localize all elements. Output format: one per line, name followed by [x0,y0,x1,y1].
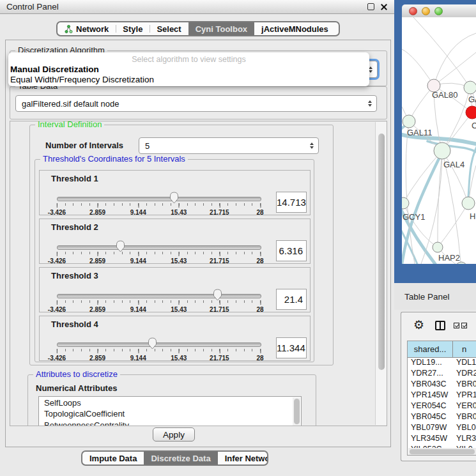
network-node[interactable] [462,197,475,210]
cell-shared-name[interactable]: YDR27... [408,369,453,380]
attribute-item[interactable]: TopologicalCoefficient [44,408,301,419]
column-header-name[interactable]: n [453,341,476,357]
attribute-item[interactable]: BetweennessCentrality [44,420,301,426]
checkbox-icon[interactable] [454,323,459,328]
axis-tick-label: -3.426 [48,203,66,216]
cell-shared-name[interactable]: YBR045C [408,412,453,423]
control-panel-window: Control Panel Network Style Select Cyni … [0,0,394,476]
cell-name[interactable]: YDR2 [453,369,476,380]
cell-name[interactable]: YPR1 [453,390,476,401]
cell-shared-name[interactable]: YDL19... [408,358,453,369]
slider-thumb[interactable] [213,289,222,301]
slider-track[interactable] [57,245,261,250]
network-node[interactable] [403,115,415,128]
tab-select[interactable]: Select [150,22,188,35]
attributes-list-scrollbar[interactable] [293,397,300,426]
scrollbar-thumb[interactable] [378,134,385,370]
threshold-value-field[interactable]: 11.344 [276,337,307,358]
network-node[interactable] [433,242,443,252]
slider-track[interactable] [57,294,261,298]
table-data-combobox[interactable]: galFiltered.sif default node [15,95,377,112]
checkbox-icon[interactable] [461,323,467,328]
tab-discretize-data[interactable]: Discretize Data [144,452,217,464]
table-horizontal-scrollbar[interactable] [408,448,476,456]
cell-shared-name[interactable]: YLR345W [408,434,453,445]
node-label: GAL4 [443,160,464,169]
table-row[interactable]: YBR045CYBR0 [408,412,476,423]
axis-tick-label: 2.859 [89,349,105,362]
scrollbar-thumb[interactable] [410,449,475,454]
table-row[interactable]: YLR345WYLR3 [408,434,476,445]
column-header-shared-name[interactable]: shared... [408,341,453,357]
cell-name[interactable]: YBR0 [453,412,476,423]
threshold-slider[interactable]: -3.4262.8599.14415.4321.71528 [57,240,260,265]
axis-tick-label: 28 [256,349,263,362]
dropdown-option-manual-discretization[interactable]: Manual Discretization [8,65,369,75]
tab-infer-network[interactable]: Infer Network [218,452,268,464]
cell-name[interactable]: YER0 [453,401,476,412]
top-tab-bar: Network Style Select Cyni Toolbox jActiv… [56,21,340,36]
tab-impute-data[interactable]: Impute Data [82,452,144,464]
cell-name[interactable]: YBR0 [453,380,476,390]
attributes-group: Attributes to discretize Numerical Attri… [27,374,316,426]
cell-shared-name[interactable]: YPR145W [408,390,453,401]
dropdown-option-equal-width-frequency[interactable]: Equal Width/Frequency Discretization [8,75,369,85]
close-traffic-light-icon[interactable] [409,7,417,15]
tab-style[interactable]: Style [116,22,150,35]
threshold-slider[interactable]: -3.4262.8599.14415.4321.71528 [57,337,260,362]
minimize-traffic-light-icon[interactable] [422,7,430,15]
settings-vertical-scrollbar[interactable] [375,122,387,425]
network-node[interactable] [434,142,450,159]
threshold-rows: Threshold 1-3.4262.8599.14415.4321.71528… [39,170,311,364]
tab-network[interactable]: Network [58,22,116,35]
table-row[interactable]: YBR043CYBR0 [408,380,476,390]
threshold-value-field[interactable]: 21.4 [276,289,307,310]
network-window-titlebar[interactable] [402,4,476,18]
slider-track[interactable] [57,197,261,201]
table-row[interactable]: YER054CYER0 [408,401,476,412]
slider-thumb[interactable] [148,337,157,349]
interval-definition-group: Interval Definition Number of Intervals … [29,125,334,365]
cell-name[interactable]: YBL0 [453,423,476,434]
cell-shared-name[interactable]: YBR043C [408,380,453,390]
table-panel-titlebar: Table Panel [394,283,476,310]
network-canvas[interactable]: GAL80GACGAL11GAL4GCY1HHAP2 [402,17,476,264]
float-window-icon[interactable] [367,3,374,10]
node-label: GCY1 [403,212,425,222]
tab-cyni-toolbox[interactable]: Cyni Toolbox [188,22,254,35]
bottom-tab-bar: Impute Data Discretize Data Infer Networ… [81,450,268,466]
table-row[interactable]: YDL19...YDL1 [408,358,476,369]
cell-shared-name[interactable]: YBL079W [408,423,453,434]
threshold-value-field[interactable]: 6.316 [276,240,307,261]
attribute-item[interactable]: SelfLoops [44,397,301,408]
table-row[interactable]: YDR27...YDR2 [408,369,476,380]
threshold-slider[interactable]: -3.4262.8599.14415.4321.71528 [57,289,260,313]
gear-icon[interactable]: ⚙ [413,318,424,332]
table-row[interactable]: YPR145WYPR1 [408,390,476,401]
slider-thumb[interactable] [116,240,125,252]
number-of-intervals-combobox[interactable]: 5 [139,137,319,154]
network-node[interactable] [402,197,409,209]
network-node[interactable] [464,81,476,94]
axis-tick-label: -3.426 [48,300,66,313]
cell-name[interactable]: YLR3 [453,434,476,445]
threshold-slider[interactable]: -3.4262.8599.14415.4321.71528 [57,192,260,216]
tab-jactivemnodules[interactable]: jActiveMNodules [254,22,335,35]
table-rows: YDL19...YDL1YDR27...YDR2YBR043CYBR0YPR14… [408,358,476,455]
cell-shared-name[interactable]: YER054C [408,401,453,412]
table-row[interactable]: YBL079WYBL0 [408,423,476,434]
slider-track[interactable] [57,342,261,347]
threshold-value-field[interactable]: 14.713 [276,192,307,213]
table-header-row: shared... n [408,341,476,358]
combo-spinner-icon [368,100,372,107]
slider-thumb[interactable] [169,192,179,204]
numerical-attributes-list[interactable]: SelfLoopsTopologicalCoefficientBetweenne… [38,396,302,426]
close-icon[interactable] [380,3,388,11]
zoom-traffic-light-icon[interactable] [434,7,443,15]
split-view-icon[interactable] [435,321,445,330]
cell-name[interactable]: YDL1 [453,358,476,369]
network-node[interactable] [466,106,476,119]
axis-tick-label: 21.715 [210,300,229,313]
number-of-intervals-value: 5 [145,141,150,151]
apply-button[interactable]: Apply [153,427,195,441]
